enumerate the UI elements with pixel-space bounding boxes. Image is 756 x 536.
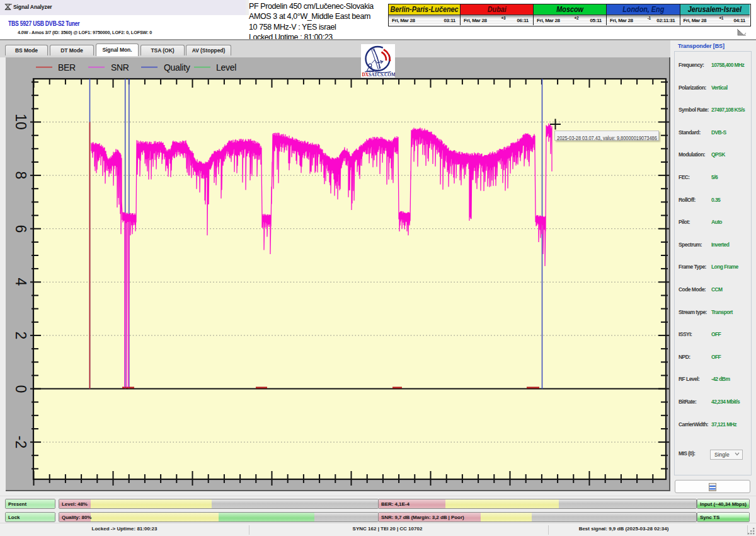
svg-text:BER: BER: [58, 62, 76, 73]
svg-text:Quality: Quality: [164, 62, 190, 73]
svg-text:0: 0: [13, 385, 29, 393]
svg-text:-2: -2: [13, 436, 29, 448]
svg-text:10: 10: [13, 114, 29, 130]
svg-text:6: 6: [13, 225, 29, 233]
svg-text:Level: Level: [216, 62, 236, 73]
svg-text:2: 2: [13, 332, 29, 340]
svg-text:DXSATCS.COM: DXSATCS.COM: [362, 72, 396, 78]
svg-text:8: 8: [13, 172, 29, 180]
svg-text:SNR: SNR: [111, 62, 129, 73]
svg-text:4: 4: [13, 278, 29, 286]
